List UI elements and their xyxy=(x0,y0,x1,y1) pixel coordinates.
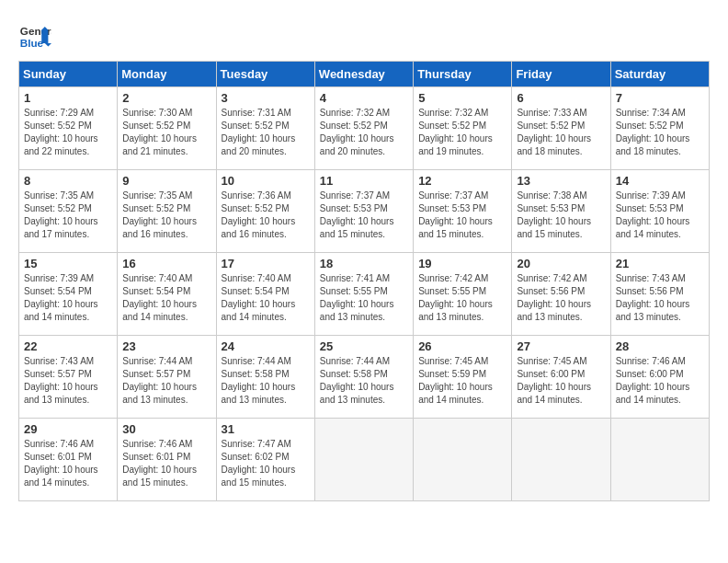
day-info: Sunrise: 7:36 AMSunset: 5:52 PMDaylight:… xyxy=(222,190,310,241)
day-number: 27 xyxy=(517,339,605,353)
day-number: 10 xyxy=(222,174,310,188)
day-info: Sunrise: 7:44 AMSunset: 5:58 PMDaylight:… xyxy=(320,355,408,407)
day-number: 14 xyxy=(616,174,704,188)
day-number: 28 xyxy=(616,339,704,353)
day-info: Sunrise: 7:34 AMSunset: 5:52 PMDaylight:… xyxy=(616,107,704,158)
calendar-day: 2Sunrise: 7:30 AMSunset: 5:52 PMDaylight… xyxy=(118,87,216,170)
logo: General Blue xyxy=(18,18,51,52)
day-info: Sunrise: 7:33 AMSunset: 5:52 PMDaylight:… xyxy=(517,107,605,158)
calendar-day: 12Sunrise: 7:37 AMSunset: 5:53 PMDayligh… xyxy=(414,170,512,253)
day-info: Sunrise: 7:45 AMSunset: 6:00 PMDaylight:… xyxy=(517,355,605,407)
day-info: Sunrise: 7:39 AMSunset: 5:53 PMDaylight:… xyxy=(616,190,704,241)
calendar-day: 10Sunrise: 7:36 AMSunset: 5:52 PMDayligh… xyxy=(216,170,314,253)
calendar-day: 15Sunrise: 7:39 AMSunset: 5:54 PMDayligh… xyxy=(19,253,118,336)
day-number: 5 xyxy=(418,91,506,105)
day-info: Sunrise: 7:46 AMSunset: 6:01 PMDaylight:… xyxy=(24,438,112,489)
day-number: 11 xyxy=(320,174,408,188)
day-info: Sunrise: 7:41 AMSunset: 5:55 PMDaylight:… xyxy=(320,272,408,324)
calendar-day: 27Sunrise: 7:45 AMSunset: 6:00 PMDayligh… xyxy=(512,336,610,419)
calendar-week-4: 22Sunrise: 7:43 AMSunset: 5:57 PMDayligh… xyxy=(19,336,710,419)
day-info: Sunrise: 7:35 AMSunset: 5:52 PMDaylight:… xyxy=(122,190,210,241)
day-number: 7 xyxy=(616,91,704,105)
calendar-header-row: SundayMondayTuesdayWednesdayThursdayFrid… xyxy=(19,62,710,87)
day-number: 25 xyxy=(320,339,408,353)
calendar-day: 24Sunrise: 7:44 AMSunset: 5:58 PMDayligh… xyxy=(216,336,314,419)
calendar-day: 25Sunrise: 7:44 AMSunset: 5:58 PMDayligh… xyxy=(314,336,413,419)
header-monday: Monday xyxy=(118,62,216,87)
day-info: Sunrise: 7:39 AMSunset: 5:54 PMDaylight:… xyxy=(24,272,112,324)
calendar-day: 9Sunrise: 7:35 AMSunset: 5:52 PMDaylight… xyxy=(118,170,216,253)
day-info: Sunrise: 7:29 AMSunset: 5:52 PMDaylight:… xyxy=(24,107,112,158)
day-info: Sunrise: 7:40 AMSunset: 5:54 PMDaylight:… xyxy=(122,272,210,324)
calendar-day: 30Sunrise: 7:46 AMSunset: 6:01 PMDayligh… xyxy=(118,419,216,501)
day-info: Sunrise: 7:43 AMSunset: 5:57 PMDaylight:… xyxy=(24,355,112,407)
calendar-day: 21Sunrise: 7:43 AMSunset: 5:56 PMDayligh… xyxy=(610,253,709,336)
calendar-day: 23Sunrise: 7:44 AMSunset: 5:57 PMDayligh… xyxy=(118,336,216,419)
day-info: Sunrise: 7:44 AMSunset: 5:57 PMDaylight:… xyxy=(122,355,210,407)
calendar-day: 13Sunrise: 7:38 AMSunset: 5:53 PMDayligh… xyxy=(512,170,610,253)
calendar-day: 11Sunrise: 7:37 AMSunset: 5:53 PMDayligh… xyxy=(314,170,413,253)
day-number: 12 xyxy=(418,174,506,188)
calendar-day: 17Sunrise: 7:40 AMSunset: 5:54 PMDayligh… xyxy=(216,253,314,336)
day-info: Sunrise: 7:31 AMSunset: 5:52 PMDaylight:… xyxy=(222,107,310,158)
header-tuesday: Tuesday xyxy=(216,62,314,87)
day-number: 19 xyxy=(418,257,506,270)
calendar-day: 26Sunrise: 7:45 AMSunset: 5:59 PMDayligh… xyxy=(414,336,512,419)
day-info: Sunrise: 7:35 AMSunset: 5:52 PMDaylight:… xyxy=(24,190,112,241)
calendar-table: SundayMondayTuesdayWednesdayThursdayFrid… xyxy=(18,61,710,501)
day-number: 26 xyxy=(418,339,506,353)
day-number: 2 xyxy=(122,91,210,105)
day-number: 17 xyxy=(222,257,310,270)
day-info: Sunrise: 7:42 AMSunset: 5:55 PMDaylight:… xyxy=(418,272,506,324)
day-number: 20 xyxy=(517,257,605,270)
day-info: Sunrise: 7:32 AMSunset: 5:52 PMDaylight:… xyxy=(320,107,408,158)
day-info: Sunrise: 7:37 AMSunset: 5:53 PMDaylight:… xyxy=(320,190,408,241)
day-number: 23 xyxy=(122,339,210,353)
calendar-day: 20Sunrise: 7:42 AMSunset: 5:56 PMDayligh… xyxy=(512,253,610,336)
day-number: 8 xyxy=(24,174,112,188)
header-thursday: Thursday xyxy=(414,62,512,87)
day-info: Sunrise: 7:47 AMSunset: 6:02 PMDaylight:… xyxy=(222,438,310,489)
calendar-day: 29Sunrise: 7:46 AMSunset: 6:01 PMDayligh… xyxy=(19,419,118,501)
calendar-day: 4Sunrise: 7:32 AMSunset: 5:52 PMDaylight… xyxy=(314,87,413,170)
day-info: Sunrise: 7:43 AMSunset: 5:56 PMDaylight:… xyxy=(616,272,704,324)
header: General Blue xyxy=(18,18,710,52)
day-number: 30 xyxy=(122,422,210,436)
day-number: 22 xyxy=(24,339,112,353)
calendar-week-2: 8Sunrise: 7:35 AMSunset: 5:52 PMDaylight… xyxy=(19,170,710,253)
day-info: Sunrise: 7:37 AMSunset: 5:53 PMDaylight:… xyxy=(418,190,506,241)
calendar-day xyxy=(314,419,413,501)
day-info: Sunrise: 7:46 AMSunset: 6:00 PMDaylight:… xyxy=(616,355,704,407)
calendar-day: 1Sunrise: 7:29 AMSunset: 5:52 PMDaylight… xyxy=(19,87,118,170)
calendar-day: 22Sunrise: 7:43 AMSunset: 5:57 PMDayligh… xyxy=(19,336,118,419)
header-friday: Friday xyxy=(512,62,610,87)
logo-icon: General Blue xyxy=(18,18,51,52)
day-number: 29 xyxy=(24,422,112,436)
header-saturday: Saturday xyxy=(610,62,709,87)
day-number: 4 xyxy=(320,91,408,105)
svg-text:Blue: Blue xyxy=(20,37,44,49)
calendar-day: 5Sunrise: 7:32 AMSunset: 5:52 PMDaylight… xyxy=(414,87,512,170)
day-number: 18 xyxy=(320,257,408,270)
day-number: 24 xyxy=(222,339,310,353)
day-number: 13 xyxy=(517,174,605,188)
day-number: 16 xyxy=(122,257,210,270)
header-sunday: Sunday xyxy=(19,62,118,87)
day-info: Sunrise: 7:38 AMSunset: 5:53 PMDaylight:… xyxy=(517,190,605,241)
calendar-day: 7Sunrise: 7:34 AMSunset: 5:52 PMDaylight… xyxy=(610,87,709,170)
day-info: Sunrise: 7:32 AMSunset: 5:52 PMDaylight:… xyxy=(418,107,506,158)
calendar-week-3: 15Sunrise: 7:39 AMSunset: 5:54 PMDayligh… xyxy=(19,253,710,336)
calendar-day: 18Sunrise: 7:41 AMSunset: 5:55 PMDayligh… xyxy=(314,253,413,336)
day-info: Sunrise: 7:40 AMSunset: 5:54 PMDaylight:… xyxy=(222,272,310,324)
day-number: 3 xyxy=(222,91,310,105)
day-info: Sunrise: 7:42 AMSunset: 5:56 PMDaylight:… xyxy=(517,272,605,324)
calendar-day: 6Sunrise: 7:33 AMSunset: 5:52 PMDaylight… xyxy=(512,87,610,170)
day-info: Sunrise: 7:45 AMSunset: 5:59 PMDaylight:… xyxy=(418,355,506,407)
calendar-week-5: 29Sunrise: 7:46 AMSunset: 6:01 PMDayligh… xyxy=(19,419,710,501)
day-number: 1 xyxy=(24,91,112,105)
calendar-day xyxy=(512,419,610,501)
calendar-day: 14Sunrise: 7:39 AMSunset: 5:53 PMDayligh… xyxy=(610,170,709,253)
day-info: Sunrise: 7:46 AMSunset: 6:01 PMDaylight:… xyxy=(122,438,210,489)
header-wednesday: Wednesday xyxy=(314,62,413,87)
calendar-day: 8Sunrise: 7:35 AMSunset: 5:52 PMDaylight… xyxy=(19,170,118,253)
